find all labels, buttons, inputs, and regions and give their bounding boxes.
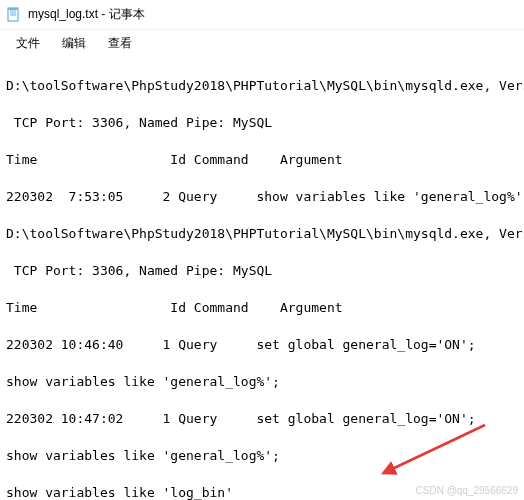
log-line: TCP Port: 3306, Named Pipe: MySQL: [6, 262, 518, 281]
log-line: 220302 10:47:02 1 Query set global gener…: [6, 410, 518, 429]
window-title: mysql_log.txt - 记事本: [28, 6, 145, 23]
log-line: D:\toolSoftware\PhpStudy2018\PHPTutorial…: [6, 77, 518, 96]
watermark: CSDN @qq_29566629: [416, 485, 518, 496]
log-line: D:\toolSoftware\PhpStudy2018\PHPTutorial…: [6, 225, 518, 244]
menu-bar: 文件 编辑 查看: [0, 30, 524, 56]
log-line: Time Id Command Argument: [6, 151, 518, 170]
log-line: show variables like 'general_log%';: [6, 447, 518, 466]
text-area[interactable]: D:\toolSoftware\PhpStudy2018\PHPTutorial…: [0, 56, 524, 500]
notepad-icon: [6, 7, 22, 23]
title-bar: mysql_log.txt - 记事本: [0, 0, 524, 30]
svg-rect-4: [9, 8, 17, 10]
log-line: Time Id Command Argument: [6, 299, 518, 318]
log-line: 220302 7:53:05 2 Query show variables li…: [6, 188, 518, 207]
menu-view[interactable]: 查看: [98, 33, 142, 54]
menu-edit[interactable]: 编辑: [52, 33, 96, 54]
menu-file[interactable]: 文件: [6, 33, 50, 54]
log-line: 220302 10:46:40 1 Query set global gener…: [6, 336, 518, 355]
log-line: TCP Port: 3306, Named Pipe: MySQL: [6, 114, 518, 133]
log-line: show variables like 'general_log%';: [6, 373, 518, 392]
